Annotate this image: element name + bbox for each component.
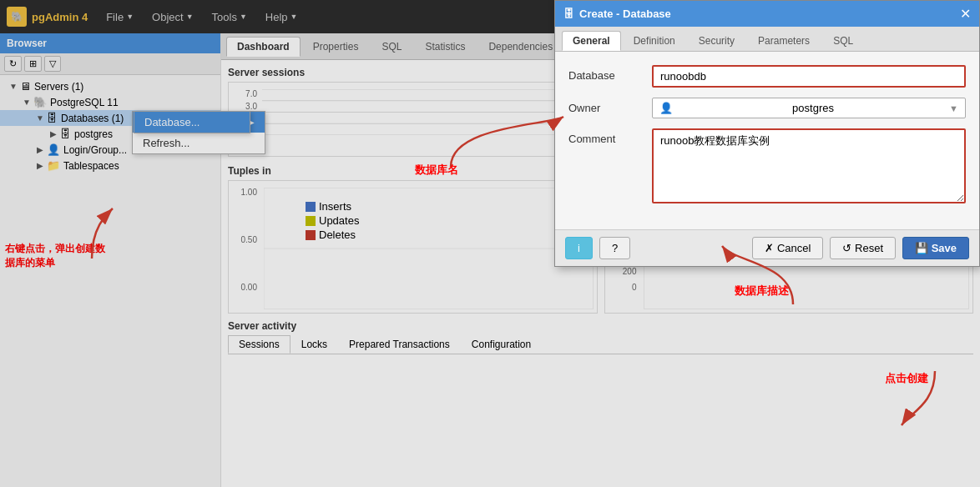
modal-footer: i ? ✗ ✗ CancelCancel ↺ Reset 💾 Save bbox=[555, 229, 979, 266]
create-database-modal: 🗄 Create - Database ✕ General Definition… bbox=[554, 0, 980, 267]
database-input[interactable] bbox=[652, 65, 966, 88]
owner-select[interactable]: 👤 postgres ▼ bbox=[652, 98, 966, 118]
footer-left: i ? bbox=[565, 237, 630, 259]
modal-overlay: 🗄 Create - Database ✕ General Definition… bbox=[0, 0, 980, 487]
modal-tab-security[interactable]: Security bbox=[688, 31, 745, 51]
modal-tab-sql[interactable]: SQL bbox=[822, 31, 864, 51]
comment-textarea[interactable] bbox=[652, 128, 966, 203]
modal-body: Database Owner 👤 postgres ▼ Comment bbox=[555, 52, 979, 229]
comment-textarea-wrapper bbox=[652, 128, 966, 206]
owner-label: Owner bbox=[568, 98, 652, 114]
owner-dropdown-arrow: ▼ bbox=[949, 103, 958, 113]
info-button[interactable]: i bbox=[565, 237, 593, 259]
owner-value: postgres bbox=[792, 102, 834, 114]
reset-button[interactable]: ↺ Reset bbox=[830, 237, 896, 259]
modal-header: 🗄 Create - Database ✕ bbox=[555, 1, 979, 27]
database-icon-header: 🗄 bbox=[563, 8, 574, 20]
modal-tab-parameters[interactable]: Parameters bbox=[747, 31, 821, 51]
modal-tab-definition[interactable]: Definition bbox=[623, 31, 686, 51]
cancel-button[interactable]: ✗ ✗ CancelCancel bbox=[752, 237, 823, 259]
comment-label: Comment bbox=[568, 128, 652, 145]
modal-close-button[interactable]: ✕ bbox=[960, 6, 971, 22]
modal-tabs: General Definition Security Parameters S… bbox=[555, 27, 979, 52]
question-button[interactable]: ? bbox=[599, 237, 630, 259]
modal-tab-general[interactable]: General bbox=[562, 31, 621, 51]
form-row-database: Database bbox=[568, 65, 966, 88]
database-input-wrapper bbox=[652, 65, 966, 88]
database-label: Database bbox=[568, 65, 652, 82]
footer-right: ✗ ✗ CancelCancel ↺ Reset 💾 Save bbox=[752, 237, 969, 259]
owner-select-icon: 👤 bbox=[659, 102, 673, 114]
form-row-owner: Owner 👤 postgres ▼ bbox=[568, 98, 966, 118]
owner-select-wrapper: 👤 postgres ▼ bbox=[652, 98, 966, 118]
save-button[interactable]: 💾 Save bbox=[902, 237, 969, 259]
form-row-comment: Comment bbox=[568, 128, 966, 206]
modal-title: 🗄 Create - Database bbox=[563, 8, 671, 20]
